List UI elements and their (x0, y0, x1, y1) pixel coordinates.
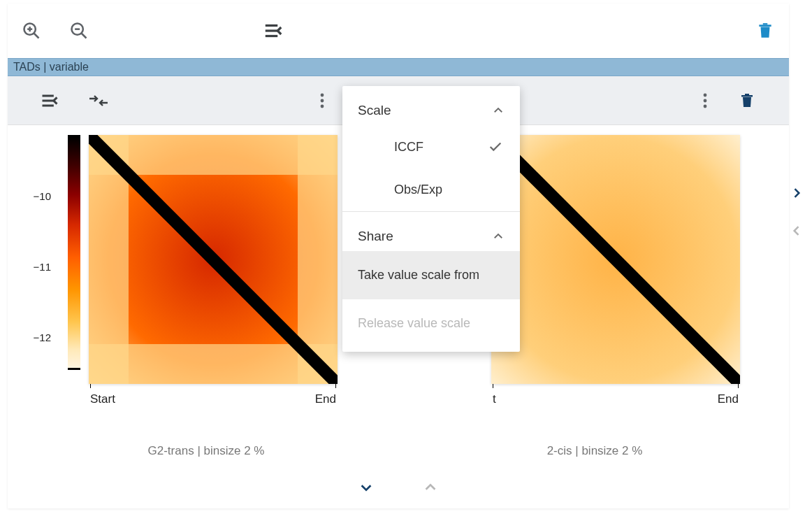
scale-option-label: ICCF (394, 140, 423, 155)
zoom-in-icon (22, 21, 41, 41)
share-section-label: Share (358, 229, 393, 244)
axis-end-label: End (718, 392, 739, 406)
heatmap-panel-left: Start End (89, 135, 338, 406)
panel-caption-right: 2-cis | binsize 2 % (470, 426, 719, 466)
scale-section-header[interactable]: Scale (342, 86, 520, 125)
svg-line-5 (82, 34, 87, 38)
axis-start-label: t (493, 392, 496, 406)
merge-panels-button[interactable] (87, 90, 110, 112)
release-value-scale-button: Release value scale (342, 299, 520, 348)
svg-point-18 (704, 93, 707, 97)
track-header: TADs | variable (8, 58, 789, 76)
scale-option-label: Obs/Exp (394, 183, 442, 197)
footer-nav (8, 466, 789, 508)
delete-panel-button[interactable] (736, 90, 758, 112)
menu-collapse-icon (263, 20, 284, 41)
chevron-up-icon (492, 104, 505, 117)
take-value-scale-label: Take value scale from (358, 268, 479, 282)
chevron-up-icon (492, 230, 505, 243)
panel-options-dropdown: Scale ICCF Obs/Exp Share Take value scal… (342, 86, 520, 352)
colorbar-tick: −12 (34, 331, 51, 343)
svg-rect-21 (741, 95, 753, 97)
trash-icon (739, 92, 755, 109)
scale-option-iccf[interactable]: ICCF (342, 125, 520, 169)
heatmap-right[interactable] (491, 135, 740, 384)
zoom-in-button[interactable] (20, 20, 43, 42)
scale-option-obsexp[interactable]: Obs/Exp (342, 169, 520, 211)
menu-collapse-icon (40, 91, 59, 110)
svg-point-17 (321, 104, 324, 108)
chevron-up-icon (423, 480, 438, 495)
svg-rect-22 (745, 94, 749, 95)
panel-right-menu-button[interactable] (694, 90, 716, 112)
heatmap-panel-right: t End (491, 135, 740, 406)
svg-point-20 (704, 104, 707, 108)
svg-point-16 (321, 99, 324, 102)
collapse-sidebar-button[interactable] (262, 20, 284, 42)
colorbar-tick: −10 (34, 190, 51, 202)
expand-down-button[interactable] (355, 476, 377, 499)
collapse-up-button[interactable] (419, 476, 442, 499)
top-toolbar (8, 3, 789, 58)
take-value-scale-from-button[interactable]: Take value scale from (342, 251, 520, 299)
check-icon (488, 139, 503, 155)
scale-section-label: Scale (358, 103, 391, 118)
trash-icon (756, 22, 774, 40)
axis-start-label: Start (90, 392, 115, 406)
share-section-header[interactable]: Share (342, 212, 520, 251)
more-vert-icon (319, 92, 325, 109)
chevron-right-icon (790, 186, 804, 200)
delete-track-button[interactable] (754, 20, 776, 42)
svg-rect-10 (759, 24, 771, 27)
svg-line-1 (34, 34, 39, 38)
track-title: TADs | variable (13, 61, 89, 73)
merge-arrows-icon (88, 91, 109, 110)
chevron-left-icon (790, 224, 804, 238)
panel-caption-left: G2-trans | binsize 2 % (82, 426, 331, 466)
axis-end-label: End (315, 392, 336, 406)
colorbar: −10 −11 −12 (20, 135, 82, 406)
chevron-down-icon (358, 480, 374, 495)
heatmap-image (491, 135, 740, 384)
colorbar-tick: −11 (34, 261, 51, 273)
panel-left-menu-button[interactable] (311, 90, 333, 112)
release-value-scale-label: Release value scale (358, 316, 470, 330)
more-vert-icon (702, 92, 708, 109)
panel-collapse-button[interactable] (38, 90, 61, 112)
svg-rect-11 (763, 23, 768, 24)
heatmap-left[interactable] (89, 135, 338, 384)
svg-point-15 (321, 93, 324, 97)
svg-point-19 (704, 99, 707, 102)
zoom-out-button[interactable] (68, 20, 90, 42)
zoom-out-icon (69, 21, 89, 41)
heatmap-image (89, 135, 338, 384)
